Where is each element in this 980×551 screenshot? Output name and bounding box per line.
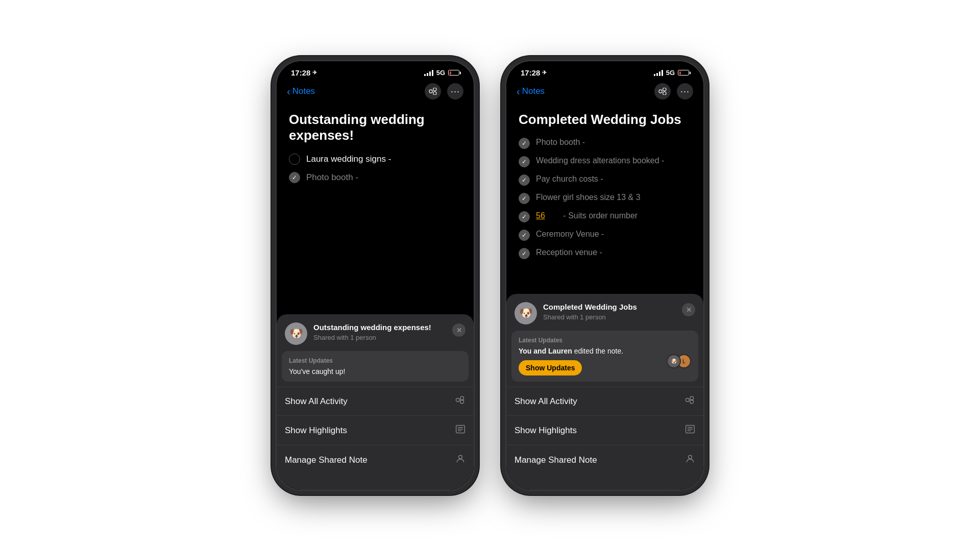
note-title-2: Completed Wedding Jobs [519,112,691,128]
back-chevron-1: ‹ [287,86,290,97]
popup-sheet-2: 🐶 Completed Wedding Jobs Shared with 1 p… [506,294,703,490]
svg-point-2 [433,92,436,95]
note-item-2-0: Photo booth - [519,138,691,149]
note-item-2-3: Flower girl shoes size 13 & 3 [519,193,691,204]
manage-icon-1 [455,454,465,466]
check-2-2 [519,174,530,186]
scene: 17:28 ✈ 5G [276,60,704,491]
status-icons-2: 5G [654,69,689,77]
svg-point-0 [429,90,432,93]
back-button-2[interactable]: ‹ Notes [517,86,545,97]
updates-section-1: Latest Updates You've caught up! [282,351,469,382]
avatar-1: 🐶 [285,322,307,345]
popup-subtitle-1: Shared with 1 person [313,334,446,341]
back-button-1[interactable]: ‹ Notes [287,86,315,97]
svg-point-16 [690,400,694,404]
popup-title-text-2: Completed Wedding Jobs [543,302,676,312]
svg-point-3 [456,398,459,402]
phone-2: 17:28 ✈ 5G [505,60,704,491]
battery-fill-2 [679,71,681,74]
updates-row-2: You and Lauren edited the note. Show Upd… [519,347,691,375]
popup-subtitle-2: Shared with 1 person [543,313,676,321]
nav-actions-1: ··· [425,83,463,99]
check-circle-1-0 [289,154,300,165]
check-2-0 [519,138,530,149]
share-button-1[interactable] [425,83,441,99]
check-2-1 [519,156,530,167]
show-highlights-2[interactable]: Show Highlights [506,415,703,445]
avatar-small-1: 🐶 [667,354,681,368]
note-title-1: Outstanding wedding expenses! [289,112,461,143]
status-icons-1: 5G [424,69,459,77]
status-time-1: 17:28 ✈ [291,68,317,77]
show-all-activity-1[interactable]: Show All Activity [277,387,474,415]
back-label-1: Notes [292,86,315,96]
note-text-2-0: Photo booth - [536,138,585,147]
note-item-2-2: Pay church costs - [519,174,691,186]
link-56: 56 [536,211,545,220]
show-highlights-1[interactable]: Show Highlights [277,415,474,445]
manage-shared-note-label-1: Manage Shared Note [285,455,368,465]
show-all-activity-2[interactable]: Show All Activity [506,387,703,415]
battery-1 [448,70,459,76]
checklist-item-1-1: Photo booth - [289,172,461,183]
check-2-3 [519,193,530,204]
note-item-2-5: Ceremony Venue - [519,230,691,241]
dynamic-island-2 [574,66,635,84]
updates-label-2: Latest Updates [519,337,691,344]
popup-header-1: 🐶 Outstanding wedding expenses! Shared w… [277,314,474,351]
manage-shared-note-label-2: Manage Shared Note [514,455,597,465]
back-label-2: Notes [522,86,545,96]
check-2-6 [519,248,530,259]
note-text-2-1: Wedding dress alterations booked - [536,156,664,165]
svg-point-11 [659,90,662,93]
note-text-2-6: Reception venue - [536,248,602,257]
svg-point-4 [460,396,464,400]
more-button-1[interactable]: ··· [447,83,463,99]
checklist-item-1-0: Laura wedding signs - [289,154,461,165]
location-icon-2: ✈ [542,69,547,76]
dynamic-island-1 [345,66,406,84]
popup-header-2: 🐶 Completed Wedding Jobs Shared with 1 p… [506,294,703,331]
more-button-2[interactable]: ··· [677,83,693,99]
signal-bars-1 [424,70,433,76]
manage-shared-note-1[interactable]: Manage Shared Note [277,445,474,474]
manage-icon-2 [685,454,695,466]
avatar-2: 🐶 [514,302,537,324]
nav-actions-2: ··· [654,83,693,99]
popup-title-block-1: Outstanding wedding expenses! Shared wit… [313,322,446,341]
manage-shared-note-2[interactable]: Manage Shared Note [506,445,703,474]
note-item-2-1: Wedding dress alterations booked - [519,156,691,167]
show-highlights-label-2: Show Highlights [514,425,577,436]
note-text-2-2: Pay church costs - [536,174,603,184]
checklist-text-1-1: Photo booth - [306,172,358,183]
check-2-5 [519,230,530,241]
svg-point-5 [460,400,464,404]
close-button-1[interactable]: ✕ [452,323,465,337]
share-button-2[interactable] [654,83,671,99]
svg-point-13 [663,92,666,95]
activity-icon-2 [684,395,695,407]
popup-title-block-2: Completed Wedding Jobs Shared with 1 per… [543,302,676,321]
network-label-1: 5G [436,69,445,77]
updates-section-2: Latest Updates You and Lauren edited the… [511,331,698,382]
close-button-2[interactable]: ✕ [682,303,695,316]
svg-point-15 [690,396,694,400]
svg-point-21 [689,455,692,459]
popup-sheet-1: 🐶 Outstanding wedding expenses! Shared w… [277,314,474,490]
note-text-2-5: Ceremony Venue - [536,230,604,239]
status-time-2: 17:28 ✈ [521,68,547,77]
highlights-icon-2 [685,424,695,437]
show-updates-button-2[interactable]: Show Updates [519,360,582,375]
note-item-2-4: 56 - Suits order number [519,211,691,222]
network-label-2: 5G [666,69,675,77]
battery-2 [678,70,689,76]
note-item-2-6: Reception venue - [519,248,691,259]
updates-description-2: You and Lauren edited the note. [519,347,667,355]
checklist-text-1-0: Laura wedding signs - [306,154,391,164]
show-highlights-label-1: Show Highlights [285,425,347,436]
activity-icon-1 [454,395,465,407]
location-icon-1: ✈ [312,69,317,76]
updates-label-1: Latest Updates [289,357,461,364]
battery-fill-1 [450,71,451,74]
